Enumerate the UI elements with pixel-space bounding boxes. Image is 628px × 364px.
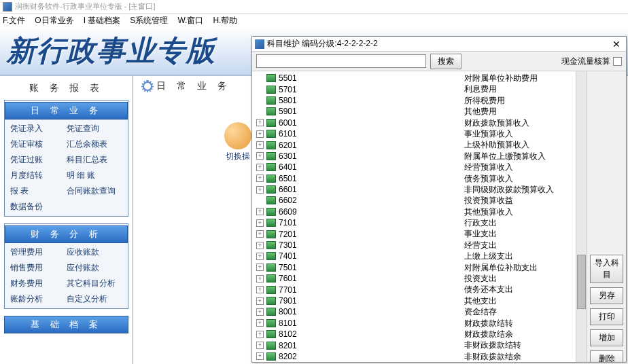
tree-row[interactable]: +6501 [256,173,460,184]
switch-operator[interactable]: 切换操 [224,122,251,162]
menu-window[interactable]: W.窗口 [177,15,203,26]
tree-row[interactable]: +6101 [256,128,460,139]
nav-item[interactable]: 月度结转 [10,170,67,181]
nav-item[interactable]: 合同账款查询 [67,185,123,197]
nav-item[interactable]: 凭证查询 [67,123,123,134]
tree-row[interactable]: +7901 [256,295,460,306]
menu-help[interactable]: H.帮助 [213,15,237,26]
expand-icon[interactable]: + [256,208,264,215]
subject-code: 6501 [279,174,319,183]
tree-row[interactable]: 5701 [256,84,460,94]
expand-icon[interactable]: + [256,230,264,238]
node-icon [266,274,276,283]
tree-row[interactable]: 5501 [256,73,460,84]
tree-row[interactable]: +7601 [256,273,460,284]
expand-icon[interactable]: + [256,297,264,305]
expand-icon[interactable]: + [256,342,264,349]
expand-icon[interactable]: + [256,286,264,293]
tree-row[interactable]: +8202 [256,351,460,362]
nav-item[interactable]: 财务费用 [10,278,67,289]
expand-icon[interactable]: + [256,331,264,338]
dialog-toolbar: 搜索 现金流量核算 [252,52,626,71]
subject-tree[interactable]: 5501570158015901+6001+6101+6201+6301+640… [252,71,460,362]
expand-icon[interactable]: + [256,242,264,249]
expand-icon[interactable]: + [256,263,264,271]
checkbox-icon[interactable] [613,57,622,66]
expand-icon[interactable]: + [256,152,264,160]
tree-row[interactable]: +7301 [256,240,460,251]
expand-icon[interactable]: + [256,175,264,182]
nav-item[interactable]: 汇总余额表 [67,139,123,150]
subject-code: 6101 [279,129,319,139]
nav-item[interactable]: 其它科目分析 [67,278,123,289]
side-button[interactable]: 另存 [590,287,623,304]
nav-item[interactable]: 应付账款 [67,262,123,274]
expand-icon[interactable]: + [256,352,264,360]
subject-desc: 所得税费用 [464,95,576,106]
tree-row[interactable]: +6301 [256,151,460,162]
tree-row[interactable]: 6602 [256,195,460,206]
nav-item[interactable]: 报 表 [10,185,67,197]
expand-icon[interactable]: + [256,308,264,316]
tree-row[interactable]: +7501 [256,262,460,273]
expand-icon[interactable]: + [256,186,264,194]
scroll-thumb[interactable] [577,255,586,309]
tree-row[interactable]: +7201 [256,228,460,239]
subject-code: 8001 [279,307,319,316]
side-button[interactable]: 打印 [590,308,623,325]
cashflow-option[interactable]: 现金流量核算 [561,56,622,67]
menu-base[interactable]: I 基础档案 [84,15,121,26]
node-icon [266,208,276,216]
nav-item[interactable]: 账龄分析 [10,293,67,305]
nav-item[interactable]: 科目汇总表 [67,154,123,166]
tree-row[interactable]: 5901 [256,106,460,117]
nav-item[interactable]: 凭证审核 [10,139,67,150]
subject-code: 7101 [279,218,319,228]
tree-row[interactable]: +6609 [256,206,460,217]
nav-item[interactable]: 自定义分析 [67,293,123,305]
nav-item[interactable]: 凭证录入 [10,123,67,134]
nav-item[interactable]: 数据备份 [10,201,67,213]
tree-row[interactable]: +7401 [256,251,460,261]
menu-daily[interactable]: O日常业务 [35,15,73,26]
expand-icon[interactable]: + [256,319,264,327]
tree-row[interactable]: +8001 [256,306,460,317]
tree-row[interactable]: +7101 [256,217,460,228]
expand-icon[interactable]: + [256,219,264,227]
side-button[interactable]: 删除 [590,350,623,362]
expand-icon[interactable]: + [256,253,264,260]
expand-icon[interactable]: + [256,119,264,126]
scrollbar[interactable] [576,71,587,362]
tree-row[interactable]: +6001 [256,117,460,128]
nav-item[interactable]: 销售费用 [10,262,67,274]
side-button[interactable]: 增加 [590,329,623,346]
search-button[interactable]: 搜索 [430,54,461,69]
subject-code: 7301 [279,240,319,250]
side-button[interactable]: 导入科目 [590,255,623,283]
close-icon[interactable]: ✕ [610,39,623,50]
nav-item[interactable]: 管理费用 [10,247,67,258]
expand-icon[interactable]: + [256,141,264,149]
menu-sys[interactable]: S系统管理 [130,15,168,26]
subject-code: 5801 [279,96,319,105]
subject-code: 6301 [279,151,319,161]
tree-row[interactable]: +6601 [256,184,460,195]
subject-desc: 上级补助预算收入 [464,139,576,150]
nav-item[interactable]: 凭证过账 [10,154,67,166]
expand-icon[interactable]: + [256,164,264,171]
tree-row[interactable]: +8102 [256,329,460,340]
node-icon [266,219,276,227]
subject-desc: 事业预算收入 [464,128,576,139]
search-input[interactable] [256,54,426,68]
tree-row[interactable]: +6201 [256,139,460,150]
nav-item[interactable]: 明 细 账 [67,170,123,181]
tree-row[interactable]: 5801 [256,95,460,106]
menu-file[interactable]: F.文件 [3,15,25,26]
expand-icon[interactable]: + [256,275,264,283]
tree-row[interactable]: +7701 [256,284,460,295]
tree-row[interactable]: +8101 [256,318,460,329]
nav-item[interactable]: 应收账款 [67,247,123,258]
expand-icon[interactable]: + [256,130,264,138]
tree-row[interactable]: +8201 [256,340,460,350]
tree-row[interactable]: +6401 [256,162,460,172]
